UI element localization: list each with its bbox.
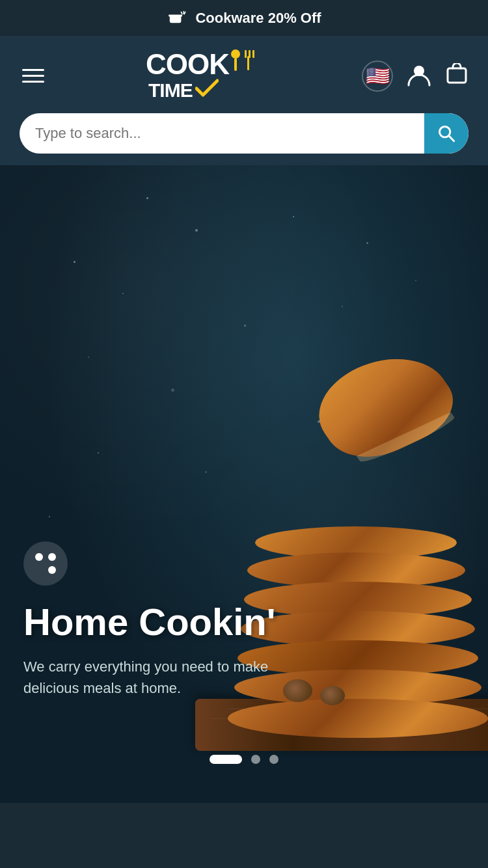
carousel-dot-1[interactable] xyxy=(210,755,242,764)
header-top: COOK TIME xyxy=(20,50,468,102)
dot-2 xyxy=(48,553,56,561)
svg-point-6 xyxy=(231,49,240,59)
language-selector[interactable]: 🇺🇸 xyxy=(362,61,393,92)
svg-rect-2 xyxy=(180,14,182,16)
header: COOK TIME xyxy=(0,37,488,165)
logo-cook-text: COOK xyxy=(146,50,229,79)
svg-rect-0 xyxy=(170,14,182,23)
logo-spoon-icon xyxy=(230,49,263,78)
svg-line-15 xyxy=(449,136,454,141)
hero-content: Home Cookin' We carry everything you nee… xyxy=(23,541,310,699)
header-icons: 🇺🇸 xyxy=(362,61,468,92)
search-input[interactable] xyxy=(35,125,424,142)
user-icon[interactable] xyxy=(407,63,431,89)
walnut-2 xyxy=(320,686,345,705)
cart-icon[interactable] xyxy=(445,63,468,89)
carousel-dot-3[interactable] xyxy=(269,755,278,764)
flag-emoji: 🇺🇸 xyxy=(366,64,390,87)
logo-checkmark-icon xyxy=(195,79,219,102)
logo[interactable]: COOK TIME xyxy=(146,50,263,102)
search-bar xyxy=(20,113,468,154)
carousel-dots xyxy=(210,755,278,764)
svg-line-5 xyxy=(185,12,186,14)
search-button[interactable] xyxy=(424,113,468,154)
promo-banner: Cookware 20% Off xyxy=(0,0,488,37)
carousel-dot-2[interactable] xyxy=(251,755,260,764)
svg-rect-10 xyxy=(252,50,254,58)
svg-rect-7 xyxy=(234,58,237,71)
logo-time-text: TIME xyxy=(148,81,193,100)
svg-line-3 xyxy=(182,12,183,14)
hero-decoration-icon xyxy=(23,541,68,586)
hero-section: Home Cookin' We carry everything you nee… xyxy=(0,165,488,803)
hero-subtitle: We carry everything you need to make del… xyxy=(23,656,310,699)
dot-4 xyxy=(48,566,56,574)
promo-text: Cookware 20% Off xyxy=(195,10,321,27)
hamburger-menu[interactable] xyxy=(20,66,47,85)
pancake-1 xyxy=(228,699,488,738)
svg-rect-9 xyxy=(245,50,247,58)
hero-title: Home Cookin' xyxy=(23,601,310,643)
svg-rect-13 xyxy=(448,68,466,83)
svg-rect-11 xyxy=(247,56,249,70)
dot-1 xyxy=(35,553,43,561)
cookware-icon xyxy=(167,9,187,27)
svg-rect-1 xyxy=(169,14,171,16)
